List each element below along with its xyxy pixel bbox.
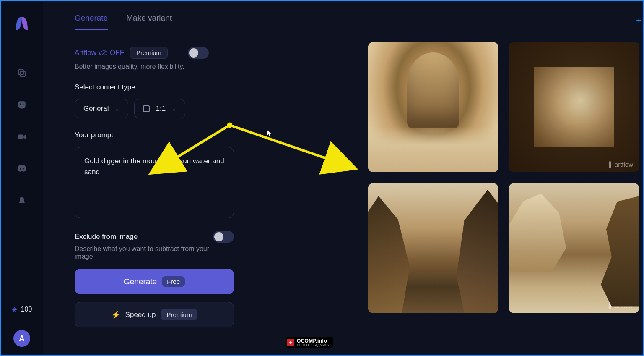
watermark: ❚ artflow (608, 160, 633, 168)
credits-counter[interactable]: ◈ 100 (12, 305, 32, 313)
avatar[interactable]: A (13, 330, 30, 347)
content-type-label: Select content type (75, 83, 242, 92)
content-type-select[interactable]: General ⌄ (75, 99, 128, 118)
chevron-down-icon: ⌄ (114, 105, 119, 112)
svg-point-2 (20, 103, 21, 105)
chevron-down-icon: ⌄ (171, 105, 177, 112)
exclude-toggle[interactable] (213, 231, 234, 243)
svg-point-5 (20, 168, 21, 169)
tabs: Generate Make variant (75, 13, 626, 30)
exclude-label: Exclude from image (75, 233, 138, 241)
discord-icon[interactable] (16, 163, 28, 175)
result-image[interactable]: ❚ artflow (368, 183, 498, 313)
diamond-icon: ◈ (12, 305, 17, 313)
svg-rect-4 (18, 135, 23, 139)
app-logo[interactable] (12, 13, 32, 34)
copy-icon[interactable] (16, 67, 28, 79)
watermark: ❚ artflow (467, 301, 492, 309)
free-badge: Free (162, 276, 185, 287)
tab-generate[interactable]: Generate (75, 13, 108, 30)
svg-rect-1 (18, 70, 23, 75)
generate-button[interactable]: Generate Free (75, 269, 234, 294)
svg-point-3 (23, 103, 24, 105)
prompt-input[interactable] (75, 147, 234, 218)
speed-up-button[interactable]: ⚡ Speed up Premium (75, 302, 234, 327)
model-version-label: Artflow v2: OFF (75, 49, 124, 57)
premium-badge: Premium (130, 47, 168, 59)
form-column: Artflow v2: OFF Premium Better images qu… (75, 47, 242, 327)
face-icon[interactable] (16, 99, 28, 111)
premium-badge: Premium (161, 309, 197, 320)
main-panel: Generate Make variant Artflow v2: OFF Pr… (43, 1, 643, 355)
exclude-subtext: Describe what you want to subtract from … (75, 245, 226, 260)
model-toggle[interactable] (188, 47, 209, 59)
result-image[interactable]: ❚ artflow (509, 42, 639, 172)
sidebar: ◈ 100 A (1, 1, 43, 355)
credits-value: 100 (21, 306, 32, 313)
svg-rect-0 (20, 71, 25, 76)
video-icon[interactable] (16, 131, 28, 143)
aspect-icon (143, 105, 150, 112)
result-image[interactable]: ❚ artflow (368, 42, 498, 172)
result-image[interactable]: ❚ artflow (509, 183, 639, 313)
results-grid: ❚ artflow ❚ artflow ❚ artflow ❚ artflow (368, 42, 626, 313)
aspect-ratio-select[interactable]: 1:1 ⌄ (134, 99, 185, 118)
watermark: ❚ artflow (467, 160, 492, 168)
prompt-label: Your prompt (75, 131, 242, 139)
nav-icons (16, 67, 28, 207)
model-subtext: Better images quality, more flexibility. (75, 63, 242, 71)
watermark: ❚ artflow (608, 301, 633, 309)
svg-point-6 (23, 168, 24, 169)
corner-plus-icon: + (636, 15, 641, 26)
tab-make-variant[interactable]: Make variant (126, 13, 172, 30)
bolt-icon: ⚡ (111, 310, 120, 319)
bell-icon[interactable] (16, 195, 28, 207)
